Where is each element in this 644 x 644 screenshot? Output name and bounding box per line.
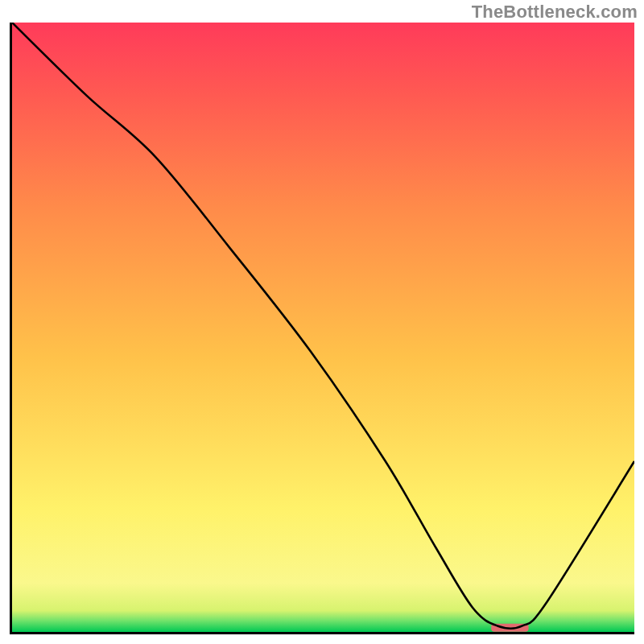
watermark-text: TheBottleneck.com <box>472 2 638 23</box>
plot-area <box>10 23 634 634</box>
plot-svg <box>12 23 634 632</box>
chart-frame: TheBottleneck.com <box>0 0 644 644</box>
background-rect <box>12 23 634 632</box>
